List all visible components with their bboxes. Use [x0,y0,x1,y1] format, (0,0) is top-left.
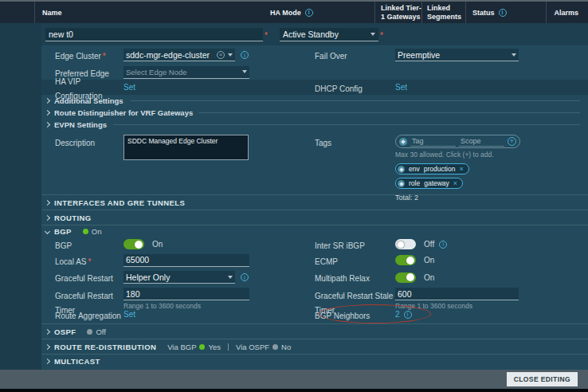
ha-vip-set-link[interactable]: Set [123,83,135,92]
description-textarea[interactable]: SDDC Managed Edge Cluster [123,135,249,160]
column-alarms-label: Alarms [554,9,578,17]
edge-cluster-label: Edge Cluster [55,52,106,61]
scope-input[interactable]: Scope [459,137,504,147]
graceful-restart-select[interactable]: Helper Only [123,271,235,284]
ospf-section-label: OSPF [54,327,76,336]
add-tag-button[interactable] [508,137,516,146]
chip-scope: production [424,165,456,173]
chevron-right-icon [45,214,50,220]
additional-settings-label: Additional Settings [54,96,123,105]
gr-timer-input[interactable]: 180 [123,288,249,300]
evpn-settings-label: EVPN Settings [54,120,107,129]
chevron-right-icon [45,328,50,334]
inter-sr-label: Inter SR iBGP [315,241,365,250]
chevron-down-icon [370,33,375,36]
status-info-icon[interactable] [499,9,507,17]
edit-form-body: Active Standby Edge Cluster sddc-mgr-edg… [0,23,588,370]
dhcp-set-link[interactable]: Set [395,83,407,92]
section-bgp[interactable]: BGP On [41,225,588,237]
fail-over-select[interactable]: Preemptive [395,49,519,61]
multipath-relax-toggle[interactable] [395,272,416,283]
column-linked-t1: Linked Tier-1 Gateways [375,2,422,23]
bgp-neighbors-count-link[interactable]: 2 [395,310,400,319]
routing-section-label: ROUTING [54,214,92,222]
chevron-down-icon [228,276,233,279]
divider [228,343,229,351]
edge-cluster-info-icon[interactable] [241,51,249,59]
bgp-neighbors-label: BGP Neighbors [315,312,370,320]
ecmp-state: On [424,256,434,265]
column-status: Status [466,2,547,23]
redistribution-section-label: ROUTE RE-DISTRIBUTION [54,343,156,351]
divider [113,124,580,125]
column-alarms: Alarms [547,2,588,23]
inter-sr-state: Off [424,240,434,249]
tag-input-group: Tag Scope [395,135,520,148]
bgp-toggle-label: BGP [55,241,72,250]
header-gutter [0,2,35,23]
status-dot-green [199,344,205,350]
chevron-down-icon [45,228,50,233]
tags-total: Total: 2 [395,194,418,202]
name-row: Active Standby [41,23,588,45]
tag-icon [398,166,405,173]
divider [130,100,580,101]
clear-icon[interactable] [217,51,225,59]
chevron-right-icon [45,122,50,127]
ecmp-toggle[interactable] [395,255,416,265]
column-ha-mode-label: HA Mode [270,9,301,17]
inter-sr-info-icon[interactable] [439,241,447,249]
chevron-right-icon [45,110,50,116]
multipath-relax-state: On [424,273,434,282]
ha-mode-select[interactable]: Active Standby [280,28,378,41]
gr-timer-value: 180 [126,289,140,299]
bgp-status-text: On [92,227,102,236]
close-icon[interactable] [453,179,457,187]
gateway-name-input[interactable] [45,28,263,41]
local-as-input[interactable]: 65000 [123,254,249,267]
route-distinguisher-label: Route Distinguisher for VRF Gateways [54,108,193,117]
route-aggregation-set-link[interactable]: Set [123,310,135,319]
chip-tag: env [409,165,420,173]
section-ospf[interactable]: OSPF Off [41,323,588,339]
route-distinguisher-collapser[interactable]: Route Distinguisher for VRF Gateways [41,107,588,119]
ospf-status-text: Off [96,327,106,336]
ha-mode-value: Active Standby [283,29,339,39]
bgp-neighbors-info-icon[interactable] [404,311,412,319]
tag-input[interactable]: Tag [410,137,456,147]
preferred-edge-select[interactable]: Select Edge Node [123,66,249,79]
gr-stale-input[interactable]: 600 [395,288,519,300]
column-ha-mode: HA Mode [264,2,375,23]
tag-icon [398,180,405,187]
status-dot-green [83,229,88,234]
chevron-down-icon [242,70,247,73]
name-required-marker [263,27,268,41]
local-as-value: 65000 [126,255,149,265]
via-ospf-label: Via OSPF [236,343,269,351]
close-icon[interactable] [459,165,463,173]
graceful-restart-label: Graceful Restart [55,274,113,283]
window-bottom-edge [0,389,588,392]
edge-cluster-select[interactable]: sddc-mgr-edge-cluster [123,49,235,61]
close-editing-button[interactable]: CLOSE EDITING [507,372,578,386]
tag-icon [399,138,407,146]
via-bgp-value: Yes [208,343,221,351]
inter-sr-toggle[interactable] [395,239,416,249]
bgp-section-status: On [83,227,102,236]
nsx-gateway-edit-screen: Name HA Mode Linked Tier-1 Gateways Link… [0,0,588,392]
section-routing[interactable]: ROUTING [41,210,588,225]
graceful-restart-info-icon[interactable] [241,273,249,281]
via-bgp-label: Via BGP [167,343,196,351]
chevron-right-icon [45,199,50,205]
gr-timer-row: Graceful Restart Timer 180 Range 1 to 36… [41,286,588,308]
bgp-toggle[interactable] [123,239,144,249]
section-redistribution[interactable]: ROUTE RE-DISTRIBUTION Via BGP Yes Via OS… [41,339,588,354]
ha-mode-info-icon[interactable] [305,9,313,17]
evpn-settings-collapser[interactable]: EVPN Settings [41,119,588,131]
chevron-down-icon [228,53,233,57]
column-linked-t1-label: Linked Tier-1 Gateways [381,4,421,21]
chip-scope: gateway [424,179,449,187]
status-dot-gray [87,329,92,335]
multipath-relax-label: Multipath Relax [315,274,370,283]
section-multicast[interactable]: MULTICAST [41,354,588,367]
